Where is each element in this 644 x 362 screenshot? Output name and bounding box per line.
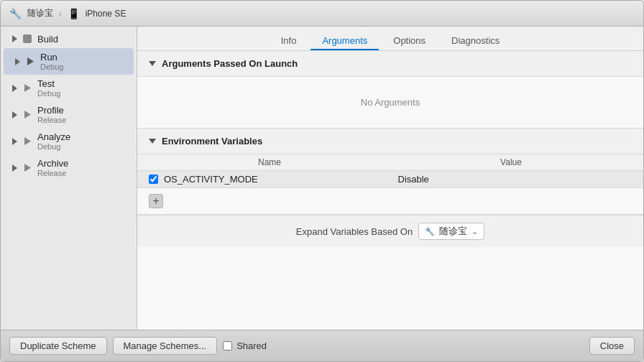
tab-diagnostics[interactable]: Diagnostics — [440, 32, 511, 50]
app-select-icon: 🔧 — [425, 227, 435, 236]
analyze-triangle-icon — [12, 138, 17, 145]
environment-collapse-icon — [149, 139, 156, 144]
test-triangle-icon — [12, 85, 17, 92]
shared-container: Shared — [223, 340, 267, 351]
svg-marker-5 — [24, 164, 31, 172]
duplicate-scheme-button[interactable]: Duplicate Scheme — [9, 337, 107, 355]
xcode-icon: 🔧 — [9, 8, 22, 19]
archive-sub: Release — [37, 169, 68, 177]
build-label: Build — [37, 34, 58, 45]
archive-name: Archive — [37, 158, 68, 169]
arguments-section-body: No Arguments — [137, 77, 643, 128]
archive-icon — [22, 162, 33, 174]
manage-schemes-button[interactable]: Manage Schemes... — [113, 337, 218, 355]
build-icon — [22, 33, 33, 45]
env-col-name-header: Name — [149, 157, 390, 167]
test-name: Test — [37, 78, 60, 89]
profile-sub: Release — [37, 116, 66, 124]
analyze-name: Analyze — [37, 131, 70, 142]
analyze-icon — [22, 136, 33, 147]
arguments-section-title: Arguments Passed On Launch — [162, 58, 298, 69]
no-arguments-text: No Arguments — [137, 83, 643, 122]
sidebar-item-run[interactable]: Run Debug — [4, 48, 134, 75]
bottom-toolbar: Duplicate Scheme Manage Schemes... Share… — [1, 330, 643, 361]
device-name: iPhone SE — [86, 9, 126, 19]
svg-marker-2 — [24, 84, 31, 92]
profile-label: Profile Release — [37, 105, 66, 124]
breadcrumb-chevron: › — [59, 9, 62, 18]
svg-marker-4 — [24, 137, 31, 145]
env-row-value: Disable — [398, 174, 632, 185]
environment-section-title: Environment Variables — [162, 136, 262, 147]
run-triangle-icon — [15, 58, 20, 65]
tab-info[interactable]: Info — [270, 32, 308, 50]
arguments-section: Arguments Passed On Launch No Arguments — [137, 51, 643, 129]
close-button[interactable]: Close — [589, 337, 635, 355]
right-panel: Info Arguments Options Diagnostics Argum… — [137, 27, 643, 330]
profile-name: Profile — [37, 105, 66, 116]
device-icon: 📱 — [68, 8, 80, 19]
env-table-header: Name Value — [137, 154, 643, 171]
profile-icon — [22, 109, 33, 121]
test-icon — [22, 83, 33, 94]
archive-triangle-icon — [12, 164, 17, 172]
arguments-section-header[interactable]: Arguments Passed On Launch — [137, 51, 643, 77]
env-row-name: OS_ACTIVITY_MODE — [164, 174, 398, 185]
expand-select-chevron-icon: ⌄ — [472, 227, 478, 236]
sidebar-item-build[interactable]: Build — [1, 29, 137, 48]
expand-variables-row: Expand Variables Based On 🔧 随诊宝 ⌄ — [137, 215, 643, 247]
profile-triangle-icon — [12, 111, 17, 119]
sidebar-item-analyze[interactable]: Analyze Debug — [1, 128, 137, 154]
test-label: Test Debug — [37, 78, 60, 98]
expand-label: Expand Variables Based On — [296, 226, 413, 237]
svg-rect-0 — [23, 34, 32, 43]
sidebar-item-profile[interactable]: Profile Release — [1, 101, 137, 128]
run-sub: Debug — [40, 62, 63, 71]
build-name: Build — [37, 34, 58, 45]
env-col-value-header: Value — [390, 157, 632, 167]
expand-select[interactable]: 🔧 随诊宝 ⌄ — [418, 223, 484, 240]
env-row-checkbox[interactable] — [149, 175, 158, 184]
run-icon — [24, 56, 36, 68]
run-name: Run — [40, 52, 63, 62]
main-window: 🔧 随诊宝 › 📱 iPhone SE Build — [0, 0, 644, 362]
environment-section: Environment Variables Name Value OS_ACTI… — [137, 129, 643, 215]
titlebar: 🔧 随诊宝 › 📱 iPhone SE — [1, 1, 643, 27]
tabs-bar: Info Arguments Options Diagnostics — [137, 27, 643, 51]
expand-select-text: 随诊宝 — [439, 225, 467, 238]
add-env-button[interactable]: + — [149, 194, 163, 208]
shared-checkbox[interactable] — [223, 341, 232, 351]
main-content: Build Run Debug — [1, 27, 643, 330]
panel-content: Arguments Passed On Launch No Arguments … — [137, 51, 643, 330]
tab-arguments[interactable]: Arguments — [310, 32, 379, 50]
sidebar-item-test[interactable]: Test Debug — [1, 75, 137, 101]
archive-label: Archive Release — [37, 158, 68, 177]
run-label: Run Debug — [40, 52, 63, 71]
svg-marker-3 — [24, 111, 31, 119]
svg-marker-1 — [27, 57, 34, 65]
env-row: OS_ACTIVITY_MODE Disable — [137, 171, 643, 188]
test-sub: Debug — [37, 89, 60, 98]
app-name: 随诊宝 — [27, 7, 53, 19]
arguments-collapse-icon — [149, 61, 156, 66]
sidebar-item-archive[interactable]: Archive Release — [1, 154, 137, 181]
analyze-label: Analyze Debug — [37, 131, 70, 151]
tab-options[interactable]: Options — [382, 32, 437, 50]
sidebar: Build Run Debug — [1, 27, 137, 330]
build-triangle-icon — [12, 35, 17, 42]
shared-label: Shared — [236, 340, 267, 351]
add-button-row: + — [137, 188, 643, 214]
analyze-sub: Debug — [37, 142, 70, 151]
environment-section-header[interactable]: Environment Variables — [137, 129, 643, 154]
